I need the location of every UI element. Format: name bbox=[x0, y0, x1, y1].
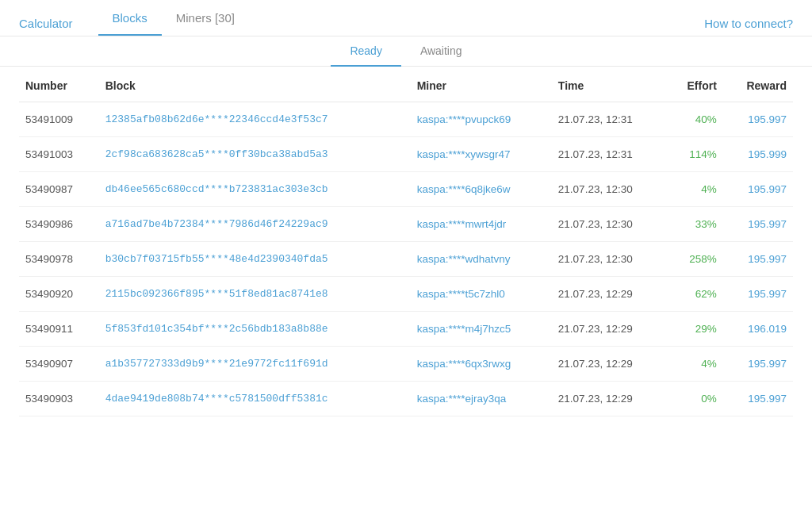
sub-tabs: Ready Awaiting bbox=[0, 36, 812, 67]
sub-tab-ready[interactable]: Ready bbox=[331, 36, 400, 67]
table-row: 53490986a716ad7be4b72384****7986d46f2422… bbox=[19, 207, 793, 242]
cell-reward: 195.997 bbox=[723, 102, 793, 137]
cell-reward: 195.997 bbox=[723, 382, 793, 416]
cell-number: 53490920 bbox=[19, 277, 99, 312]
table-row: 534909034dae9419de808b74****c5781500dff5… bbox=[19, 382, 793, 416]
cell-number: 53491003 bbox=[19, 137, 99, 172]
cell-miner[interactable]: kaspa:****pvupck69 bbox=[411, 102, 552, 137]
cell-block[interactable]: a1b357727333d9b9****21e9772fc11f691d bbox=[99, 347, 411, 382]
cell-time: 21.07.23, 12:29 bbox=[552, 347, 667, 382]
cell-number: 53491009 bbox=[19, 102, 99, 137]
cell-time: 21.07.23, 12:30 bbox=[552, 172, 667, 207]
table-row: 5349100912385afb08b62d6e****22346ccd4e3f… bbox=[19, 102, 793, 137]
tab-miners-label: Miners bbox=[176, 11, 212, 25]
cell-effort: 4% bbox=[667, 172, 723, 207]
cell-miner[interactable]: kaspa:****t5c7zhl0 bbox=[411, 277, 552, 312]
table-body: 5349100912385afb08b62d6e****22346ccd4e3f… bbox=[19, 102, 793, 416]
cell-effort: 62% bbox=[667, 277, 723, 312]
cell-block[interactable]: 2cf98ca683628ca5****0ff30bca38abd5a3 bbox=[99, 137, 411, 172]
sub-tab-awaiting-label: Awaiting bbox=[420, 44, 462, 57]
table-row: 53490987db46ee565c680ccd****b723831ac303… bbox=[19, 172, 793, 207]
col-header-time: Time bbox=[552, 67, 667, 102]
cell-miner[interactable]: kaspa:****6q8jke6w bbox=[411, 172, 552, 207]
cell-reward: 195.999 bbox=[723, 137, 793, 172]
cell-miner[interactable]: kaspa:****xywsgr47 bbox=[411, 137, 552, 172]
cell-effort: 114% bbox=[667, 137, 723, 172]
cell-time: 21.07.23, 12:30 bbox=[552, 207, 667, 242]
cell-time: 21.07.23, 12:29 bbox=[552, 277, 667, 312]
nav-left: Calculator Blocks Miners [30] bbox=[19, 11, 249, 36]
col-header-miner: Miner bbox=[411, 67, 552, 102]
cell-time: 21.07.23, 12:31 bbox=[552, 137, 667, 172]
cell-miner[interactable]: kaspa:****wdhatvny bbox=[411, 242, 552, 277]
cell-miner[interactable]: kaspa:****m4j7hzc5 bbox=[411, 312, 552, 347]
col-header-reward: Reward bbox=[723, 67, 793, 102]
cell-effort: 40% bbox=[667, 102, 723, 137]
table-row: 534910032cf98ca683628ca5****0ff30bca38ab… bbox=[19, 137, 793, 172]
cell-block[interactable]: 5f853fd101c354bf****2c56bdb183a8b88e bbox=[99, 312, 411, 347]
cell-reward: 195.997 bbox=[723, 347, 793, 382]
table-row: 53490978b30cb7f03715fb55****48e4d2390340… bbox=[19, 242, 793, 277]
cell-block[interactable]: 12385afb08b62d6e****22346ccd4e3f53c7 bbox=[99, 102, 411, 137]
col-header-number: Number bbox=[19, 67, 99, 102]
cell-reward: 195.997 bbox=[723, 242, 793, 277]
how-to-connect-link[interactable]: How to connect? bbox=[704, 17, 793, 30]
sub-tab-ready-label: Ready bbox=[350, 44, 381, 57]
cell-reward: 195.997 bbox=[723, 277, 793, 312]
cell-effort: 0% bbox=[667, 382, 723, 416]
cell-number: 53490907 bbox=[19, 347, 99, 382]
cell-block[interactable]: a716ad7be4b72384****7986d46f24229ac9 bbox=[99, 207, 411, 242]
blocks-table: Number Block Miner Time Effort Reward 53… bbox=[19, 67, 793, 416]
tab-blocks[interactable]: Blocks bbox=[98, 11, 162, 36]
main-tabs: Blocks Miners [30] bbox=[98, 11, 249, 36]
cell-miner[interactable]: kaspa:****6qx3rwxg bbox=[411, 347, 552, 382]
sub-tab-awaiting[interactable]: Awaiting bbox=[401, 36, 481, 67]
blocks-table-container: Number Block Miner Time Effort Reward 53… bbox=[0, 67, 812, 416]
table-row: 534909202115bc092366f895****51f8ed81ac87… bbox=[19, 277, 793, 312]
cell-effort: 29% bbox=[667, 312, 723, 347]
cell-effort: 258% bbox=[667, 242, 723, 277]
col-header-block: Block bbox=[99, 67, 411, 102]
cell-time: 21.07.23, 12:29 bbox=[552, 382, 667, 416]
table-row: 53490907a1b357727333d9b9****21e9772fc11f… bbox=[19, 347, 793, 382]
calculator-link[interactable]: Calculator bbox=[19, 17, 73, 30]
cell-block[interactable]: db46ee565c680ccd****b723831ac303e3cb bbox=[99, 172, 411, 207]
cell-reward: 195.997 bbox=[723, 207, 793, 242]
cell-block[interactable]: 2115bc092366f895****51f8ed81ac8741e8 bbox=[99, 277, 411, 312]
cell-time: 21.07.23, 12:30 bbox=[552, 242, 667, 277]
cell-miner[interactable]: kaspa:****mwrt4jdr bbox=[411, 207, 552, 242]
cell-block[interactable]: b30cb7f03715fb55****48e4d2390340fda5 bbox=[99, 242, 411, 277]
table-header: Number Block Miner Time Effort Reward bbox=[19, 67, 793, 102]
tab-blocks-label: Blocks bbox=[113, 11, 147, 25]
table-row: 534909115f853fd101c354bf****2c56bdb183a8… bbox=[19, 312, 793, 347]
cell-reward: 195.997 bbox=[723, 172, 793, 207]
cell-number: 53490986 bbox=[19, 207, 99, 242]
cell-reward: 196.019 bbox=[723, 312, 793, 347]
top-navigation: Calculator Blocks Miners [30] How to con… bbox=[0, 0, 812, 36]
table-header-row: Number Block Miner Time Effort Reward bbox=[19, 67, 793, 102]
cell-effort: 4% bbox=[667, 347, 723, 382]
cell-number: 53490987 bbox=[19, 172, 99, 207]
miners-badge: [30] bbox=[215, 11, 235, 25]
col-header-effort: Effort bbox=[667, 67, 723, 102]
tab-miners[interactable]: Miners [30] bbox=[162, 11, 249, 36]
cell-miner[interactable]: kaspa:****ejray3qa bbox=[411, 382, 552, 416]
cell-block[interactable]: 4dae9419de808b74****c5781500dff5381c bbox=[99, 382, 411, 416]
cell-time: 21.07.23, 12:31 bbox=[552, 102, 667, 137]
cell-time: 21.07.23, 12:29 bbox=[552, 312, 667, 347]
cell-number: 53490903 bbox=[19, 382, 99, 416]
cell-number: 53490911 bbox=[19, 312, 99, 347]
cell-number: 53490978 bbox=[19, 242, 99, 277]
cell-effort: 33% bbox=[667, 207, 723, 242]
